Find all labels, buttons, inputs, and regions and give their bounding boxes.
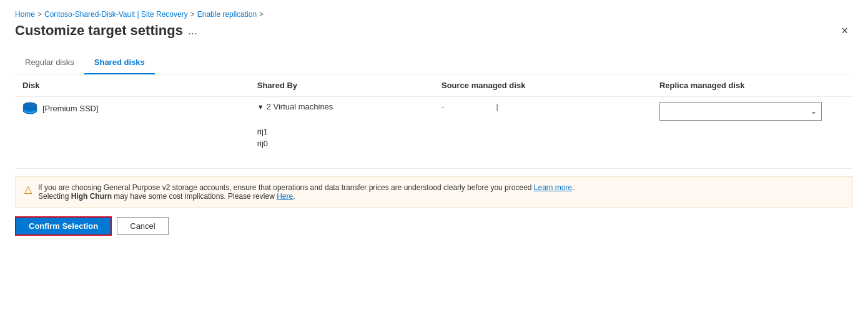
- breadcrumb-sep-3: >: [259, 10, 264, 19]
- vm-sub-disk-empty: [15, 126, 250, 138]
- tab-shared-disks[interactable]: Shared disks: [84, 51, 155, 74]
- page-title: Customize target settings ...: [15, 23, 197, 39]
- warning-text-after-bold: may have some cost implications. Please …: [112, 192, 277, 201]
- table-row: rij0: [15, 138, 853, 149]
- breadcrumb-home[interactable]: Home: [15, 10, 35, 19]
- page-container: Home > Contoso-Shared-Disk-Vault | Site …: [0, 0, 868, 243]
- footer-section: △ If you are choosing General Purpose v2…: [15, 168, 853, 243]
- disk-cell: [Premium SSD]: [15, 97, 250, 126]
- disk-label: [Premium SSD]: [42, 104, 99, 113]
- breadcrumb-enable-replication[interactable]: Enable replication: [197, 10, 257, 19]
- vm-sub-replica-empty2: [652, 138, 853, 149]
- here-link[interactable]: Here: [277, 192, 293, 201]
- tab-regular-disks[interactable]: Regular disks: [15, 51, 84, 74]
- vm-sub-source-empty2: [434, 138, 652, 149]
- col-header-sharedby: Shared By: [250, 74, 434, 97]
- vm-sub-replica-empty: [652, 126, 853, 138]
- vm-name-rij0: rij0: [257, 139, 268, 148]
- warning-icon: △: [24, 183, 32, 195]
- table-row: [Premium SSD] ▼ 2 Virtual machines - |: [15, 97, 853, 126]
- cancel-button[interactable]: Cancel: [117, 217, 168, 235]
- tabs-container: Regular disks Shared disks: [15, 51, 853, 74]
- disk-icon: [22, 102, 37, 114]
- table-row: rij1: [15, 126, 853, 138]
- learn-more-link[interactable]: Learn more: [534, 183, 572, 192]
- source-managed-cell: - |: [434, 97, 652, 126]
- warning-text: If you are choosing General Purpose v2 s…: [38, 183, 575, 201]
- breadcrumb-vault[interactable]: Contoso-Shared-Disk-Vault | Site Recover…: [44, 10, 188, 19]
- shared-by-cell: ▼ 2 Virtual machines: [250, 97, 434, 126]
- vm-count-label: 2 Virtual machines: [267, 102, 333, 111]
- more-options-icon[interactable]: ...: [188, 24, 197, 38]
- high-churn-bold: High Churn: [71, 192, 112, 201]
- vm-sub-disk-empty2: [15, 138, 250, 149]
- vm-sub-rij1: rij1: [250, 126, 434, 138]
- breadcrumb-sep-1: >: [37, 10, 42, 19]
- vm-sub-rij0: rij0: [250, 138, 434, 149]
- disks-table: Disk Shared By Source managed disk Repli…: [15, 74, 853, 149]
- source-disk-value: - |: [441, 102, 498, 111]
- action-buttons: Confirm Selection Cancel: [15, 216, 853, 243]
- breadcrumb: Home > Contoso-Shared-Disk-Vault | Site …: [15, 10, 853, 19]
- replica-disk-dropdown[interactable]: [659, 102, 822, 121]
- disk-icon-group: [Premium SSD]: [22, 102, 99, 114]
- confirm-selection-button[interactable]: Confirm Selection: [15, 216, 112, 236]
- vm-expand-toggle[interactable]: ▼ 2 Virtual machines: [257, 102, 427, 111]
- warning-text-before-link1: If you are choosing General Purpose v2 s…: [38, 183, 534, 192]
- page-title-text: Customize target settings: [15, 23, 183, 39]
- vm-sub-source-empty: [434, 126, 652, 138]
- close-button[interactable]: ×: [836, 23, 853, 39]
- breadcrumb-sep-2: >: [190, 10, 195, 19]
- replica-managed-cell: ⌄: [652, 97, 853, 126]
- warning-text-end: .: [293, 192, 295, 201]
- vm-name-rij1: rij1: [257, 127, 268, 136]
- warning-banner: △ If you are choosing General Purpose v2…: [15, 176, 853, 208]
- table-header-row: Disk Shared By Source managed disk Repli…: [15, 74, 853, 97]
- svg-point-2: [23, 103, 37, 109]
- expand-triangle-icon: ▼: [257, 103, 264, 111]
- col-header-replica: Replica managed disk: [652, 74, 853, 97]
- table-container: Disk Shared By Source managed disk Repli…: [15, 74, 853, 149]
- page-title-row: Customize target settings ... ×: [15, 23, 853, 39]
- col-header-source: Source managed disk: [434, 74, 652, 97]
- col-header-disk: Disk: [15, 74, 250, 97]
- replica-disk-dropdown-wrapper: ⌄: [659, 102, 822, 121]
